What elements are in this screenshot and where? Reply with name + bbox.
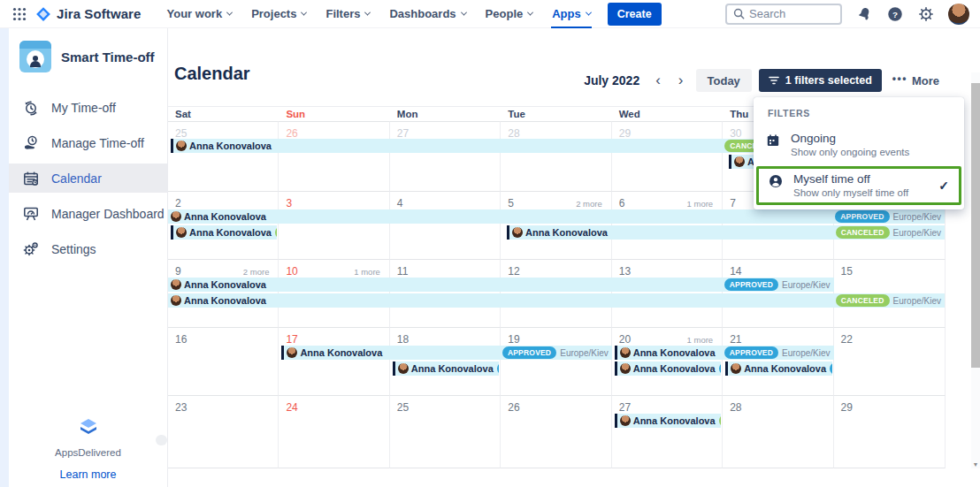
jira-diamond-icon bbox=[35, 6, 51, 22]
nav-item-label: Your work bbox=[167, 7, 223, 20]
settings-gear-icon[interactable] bbox=[917, 5, 935, 23]
day-cell[interactable]: 27 bbox=[612, 396, 723, 468]
day-cell[interactable]: 25 bbox=[390, 396, 501, 468]
event-avatar bbox=[620, 415, 631, 426]
date-number: 12 bbox=[508, 265, 519, 278]
event-avatar bbox=[620, 347, 631, 358]
day-cell[interactable]: 4 bbox=[390, 192, 501, 260]
more-events-link[interactable]: 1 more bbox=[687, 335, 714, 345]
user-icon bbox=[769, 174, 783, 188]
learn-more-link[interactable]: Learn more bbox=[60, 468, 117, 481]
search-box[interactable] bbox=[725, 4, 842, 25]
more-events-link[interactable]: 1 more bbox=[354, 267, 380, 277]
date-number: 7 bbox=[730, 197, 736, 209]
prev-month-button[interactable]: ‹ bbox=[650, 69, 666, 92]
timeoff-event[interactable]: Anna KonovalovaAPPROVEDEurope/Kiev bbox=[168, 209, 945, 224]
timeoff-event[interactable]: Anna KonovalovaCANCELEDEurope/Kiev bbox=[171, 139, 834, 153]
grid-dots-icon bbox=[12, 7, 27, 21]
filters-selected-button[interactable]: 1 filters selected bbox=[759, 69, 882, 92]
timeoff-event[interactable]: Anna KonovalovaAPPROVED bbox=[393, 361, 499, 376]
day-cell[interactable]: 25 bbox=[168, 121, 279, 192]
nav-item-apps[interactable]: Apps bbox=[542, 0, 601, 28]
day-cell[interactable]: 28 bbox=[501, 121, 611, 192]
date-number: 27 bbox=[397, 127, 409, 140]
day-cell[interactable]: 19 bbox=[501, 328, 611, 396]
nav-item-people[interactable]: People bbox=[476, 0, 543, 28]
timeoff-event[interactable]: Anna KonovalovaAPPROVED bbox=[615, 361, 721, 376]
ellipsis-icon: ••• bbox=[892, 72, 907, 85]
nav-item-projects[interactable]: Projects bbox=[241, 0, 316, 28]
sidebar-accent-strip bbox=[0, 28, 9, 487]
day-cell[interactable]: 24 bbox=[279, 396, 389, 468]
user-avatar[interactable] bbox=[948, 4, 969, 25]
timeoff-event[interactable]: Anna KonovalovaCANCELEDEurope/Kiev bbox=[168, 293, 945, 308]
nav-item-filters[interactable]: Filters bbox=[316, 0, 379, 28]
calendar-icon bbox=[21, 170, 41, 187]
notifications-bell-icon[interactable] bbox=[855, 5, 873, 23]
timeoff-event[interactable]: Anna KonovalovaAPPROVEDEurope/Kiev bbox=[281, 346, 611, 360]
sidebar-app-title: Smart Time-off bbox=[61, 49, 155, 65]
month-label: July 2022 bbox=[584, 73, 639, 88]
filter-icon bbox=[769, 76, 779, 85]
help-icon[interactable]: ? bbox=[886, 5, 904, 23]
weekday-label: Sun bbox=[286, 109, 305, 119]
more-events-link[interactable]: 2 more bbox=[576, 199, 602, 209]
sidebar-item-calendar[interactable]: Calendar bbox=[9, 164, 167, 193]
more-events-link[interactable]: 2 more bbox=[243, 267, 270, 277]
vertical-scrollbar[interactable]: ▼ bbox=[971, 72, 980, 468]
day-cell[interactable]: 28 bbox=[723, 396, 833, 468]
day-cell[interactable]: 26 bbox=[279, 121, 389, 192]
scrollbar-down-arrow[interactable]: ▼ bbox=[971, 461, 980, 468]
nav-item-label: Dashboards bbox=[389, 7, 456, 20]
filter-option-ongoing[interactable]: OngoingShow only ongoing events bbox=[754, 126, 964, 164]
weekday-label: Mon bbox=[397, 109, 418, 119]
scrollbar-thumb[interactable] bbox=[971, 83, 980, 368]
timeoff-event[interactable]: Anna KonovalovaCANCELEDEurope/Kiev bbox=[507, 225, 945, 240]
search-input[interactable] bbox=[749, 7, 831, 20]
nav-item-your-work[interactable]: Your work bbox=[157, 0, 242, 28]
today-button[interactable]: Today bbox=[696, 69, 752, 92]
more-button[interactable]: ••• More bbox=[892, 74, 939, 88]
day-cell[interactable]: 22 bbox=[834, 328, 946, 396]
sidebar-app-header[interactable]: Smart Time-off bbox=[9, 28, 167, 87]
timeoff-event[interactable]: Anna KonovalovaAPPROVEDEurope/Kiev bbox=[615, 346, 834, 360]
chevron-down-icon bbox=[586, 10, 592, 16]
sidebar-item-manage-time-off[interactable]: Manage Time-off bbox=[9, 128, 167, 157]
calendar-controls: July 2022 ‹ › Today 1 filters selected •… bbox=[584, 69, 939, 92]
nav-item-label: Projects bbox=[251, 7, 296, 20]
jira-logo[interactable]: Jira Software bbox=[35, 6, 142, 22]
sidebar-item-my-time-off[interactable]: My Time-off bbox=[9, 93, 167, 122]
nav-item-dashboards[interactable]: Dashboards bbox=[379, 0, 475, 28]
dashboard-icon bbox=[21, 205, 41, 223]
next-month-button[interactable]: › bbox=[673, 69, 689, 92]
day-cell[interactable]: 29 bbox=[612, 121, 723, 192]
more-events-link[interactable]: 1 more bbox=[687, 199, 714, 209]
sidebar-item-manager-dashboard[interactable]: Manager Dashboard bbox=[9, 199, 167, 228]
day-cell[interactable]: 17 bbox=[279, 328, 389, 396]
timeoff-event[interactable]: Anna KonovalovaCANCELED bbox=[171, 225, 277, 240]
status-badge: APPROVED bbox=[835, 210, 889, 223]
day-cell[interactable]: 3 bbox=[279, 192, 389, 260]
sidebar-item-settings[interactable]: Settings bbox=[9, 234, 167, 263]
day-cell[interactable]: 23 bbox=[168, 396, 279, 468]
create-button[interactable]: Create bbox=[608, 3, 662, 26]
day-cell[interactable]: 16 bbox=[168, 328, 279, 396]
day-cell[interactable]: 29 bbox=[834, 396, 946, 468]
filters-button-label: 1 filters selected bbox=[785, 74, 872, 87]
appsdelivered-logo-icon bbox=[77, 417, 100, 438]
sidebar-scroll-nub[interactable] bbox=[156, 435, 167, 445]
timeoff-event[interactable]: Anna KonovalovaAPPROVEDEurope/Kiev bbox=[168, 278, 834, 292]
event-timezone: Europe/Kiev bbox=[893, 228, 941, 238]
day-cell[interactable]: 26 bbox=[501, 396, 611, 468]
filters-popup: FILTERS OngoingShow only ongoing eventsM… bbox=[754, 97, 964, 209]
app-switcher-icon[interactable] bbox=[11, 5, 28, 23]
filter-option-myself-time-off[interactable]: Myself time offShow only myself time off… bbox=[756, 166, 961, 205]
sidebar-item-label: Manage Time-off bbox=[51, 136, 144, 150]
timeoff-event[interactable]: Anna KonovalovaCANCELED bbox=[615, 414, 721, 428]
day-cell[interactable]: 27 bbox=[390, 121, 501, 192]
date-number: 18 bbox=[397, 333, 409, 346]
event-right-group: CANCELEDEurope/Kiev bbox=[836, 226, 941, 239]
timeoff-event[interactable]: Anna KonovalovaAPPROVED bbox=[725, 361, 831, 376]
date-number: 3 bbox=[286, 197, 292, 209]
filter-option-subtitle: Show only myself time off bbox=[793, 187, 908, 198]
